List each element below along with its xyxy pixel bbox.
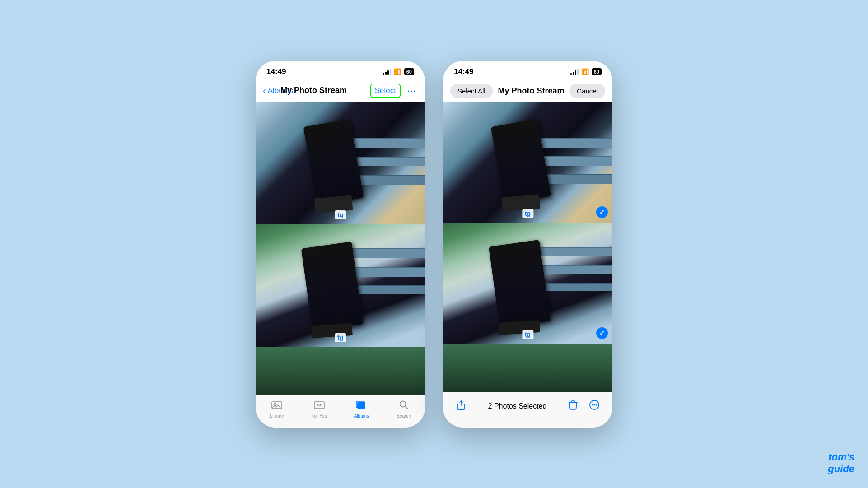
photos-selected-label: 2 Photos Selected bbox=[488, 402, 547, 410]
more-actions-button[interactable] bbox=[587, 398, 602, 415]
right-status-bar: 14:49 📶 60 bbox=[443, 61, 612, 80]
albums-icon bbox=[356, 400, 367, 413]
left-status-bar: 14:49 📶 60 bbox=[256, 61, 425, 80]
photo-1-check: ✓ bbox=[596, 206, 608, 218]
tab-library[interactable]: Library bbox=[261, 400, 293, 418]
right-bottom-bar: 2 Photos Selected bbox=[443, 392, 612, 428]
svg-line-6 bbox=[405, 406, 408, 409]
tg-watermark-3: tg bbox=[522, 209, 533, 218]
left-nav-actions: Select ··· bbox=[370, 84, 418, 98]
left-status-icons: 📶 60 bbox=[383, 68, 414, 75]
left-phone: 14:49 📶 60 ‹ Albums My Photo Stream Sele bbox=[256, 61, 425, 428]
library-tab-label: Library bbox=[270, 414, 284, 418]
right-battery: 60 bbox=[592, 68, 602, 75]
more-button[interactable]: ··· bbox=[405, 84, 418, 97]
svg-point-8 bbox=[592, 404, 593, 405]
left-photo-2[interactable]: tg bbox=[256, 224, 425, 347]
right-photo-3-partial[interactable] bbox=[443, 344, 612, 392]
left-battery: 60 bbox=[404, 68, 414, 75]
right-action-icons bbox=[566, 398, 602, 415]
tg-watermark-1: tg bbox=[335, 210, 346, 219]
cancel-button[interactable]: Cancel bbox=[569, 84, 605, 98]
right-status-icons: 📶 60 bbox=[570, 68, 602, 75]
albums-tab-label: Albums bbox=[354, 414, 369, 418]
svg-point-9 bbox=[594, 404, 595, 405]
photo-2-check: ✓ bbox=[596, 327, 608, 339]
right-time: 14:49 bbox=[454, 67, 473, 76]
right-nav-bar: Select All My Photo Stream Cancel bbox=[443, 80, 612, 102]
right-signal-icon bbox=[570, 69, 579, 75]
share-button[interactable] bbox=[454, 398, 468, 415]
more-icon: ··· bbox=[407, 85, 415, 97]
for-you-tab-label: For You bbox=[311, 414, 327, 418]
left-photos-area: tg tg bbox=[256, 102, 425, 396]
search-icon bbox=[399, 400, 409, 413]
tab-for-you[interactable]: For You bbox=[303, 400, 335, 418]
left-photo-1[interactable]: tg bbox=[256, 102, 425, 224]
svg-rect-2 bbox=[314, 402, 324, 409]
left-tab-bar: Library For You Albums bbox=[256, 396, 425, 428]
toms-guide-line1: tom's bbox=[828, 451, 854, 463]
signal-icon bbox=[383, 69, 391, 75]
for-you-icon bbox=[314, 400, 325, 413]
delete-button[interactable] bbox=[566, 398, 580, 415]
right-nav-title: My Photo Stream bbox=[498, 86, 564, 96]
tg-watermark-2: tg bbox=[335, 333, 346, 342]
library-icon bbox=[271, 400, 282, 413]
left-photo-3-partial[interactable] bbox=[256, 347, 425, 396]
tab-search[interactable]: Search bbox=[388, 400, 420, 418]
wifi-icon: 📶 bbox=[394, 68, 401, 75]
toms-guide-line2: guide bbox=[828, 463, 854, 474]
toms-guide-watermark: tom's guide bbox=[828, 451, 854, 474]
right-wifi-icon: 📶 bbox=[581, 68, 589, 75]
select-all-button[interactable]: Select All bbox=[450, 84, 493, 98]
left-nav-title: My Photo Stream bbox=[257, 86, 370, 95]
svg-point-10 bbox=[596, 404, 597, 405]
tg-watermark-4: tg bbox=[522, 330, 533, 339]
select-button[interactable]: Select bbox=[370, 84, 401, 98]
tab-albums[interactable]: Albums bbox=[345, 400, 377, 418]
left-nav-bar: ‹ Albums My Photo Stream Select ··· bbox=[256, 80, 425, 102]
right-photo-2[interactable]: tg ✓ bbox=[443, 223, 612, 344]
svg-point-1 bbox=[274, 403, 276, 405]
main-container: 14:49 📶 60 ‹ Albums My Photo Stream Sele bbox=[256, 61, 612, 428]
right-phone: 14:49 📶 60 Select All My Photo Stream Ca… bbox=[443, 61, 612, 428]
left-time: 14:49 bbox=[266, 67, 286, 76]
search-tab-label: Search bbox=[397, 414, 411, 418]
right-photo-1[interactable]: tg ✓ bbox=[443, 102, 612, 223]
right-photos-area: tg ✓ tg ✓ bbox=[443, 102, 612, 392]
